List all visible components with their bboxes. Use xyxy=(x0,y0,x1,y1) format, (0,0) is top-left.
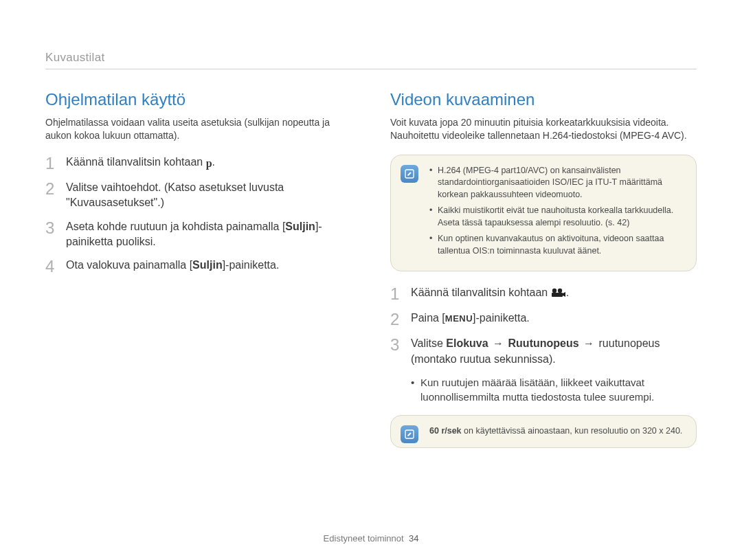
sub-bullet: Kun ruutujen määrää lisätään, liikkeet v… xyxy=(411,375,697,404)
svg-point-1 xyxy=(552,289,556,293)
step-text: Käännä tilanvalitsin kohtaan xyxy=(66,156,206,168)
step-number: 2 xyxy=(390,311,411,328)
content-columns: Ohjelmatilan käyttö Ohjelmatilassa voida… xyxy=(45,90,697,462)
right-column: Videon kuvaaminen Voit kuvata jopa 20 mi… xyxy=(390,90,697,462)
menu-button-label: MENU xyxy=(445,313,473,324)
step-body: Paina [MENU]-painiketta. xyxy=(411,311,530,326)
video-mode-icon xyxy=(551,287,566,302)
footer-label: Edistyneet toiminnot xyxy=(324,533,404,544)
page-number: 34 xyxy=(409,533,418,544)
step-number: 3 xyxy=(45,219,66,236)
step-text: Käännä tilanvalitsin kohtaan xyxy=(411,287,551,298)
left-column: Ohjelmatilan käyttö Ohjelmatilassa voida… xyxy=(45,90,352,462)
intro-text: Ohjelmatilassa voidaan valita useita ase… xyxy=(45,116,352,142)
step-text: ]-painiketta. xyxy=(473,312,530,324)
step-3: 3 Valitse Elokuva → Ruutunopeus → ruutun… xyxy=(390,336,697,367)
pencil-note-icon xyxy=(404,429,415,440)
page-footer: Edistyneet toiminnot 34 xyxy=(0,533,742,544)
step-1: 1 Käännä tilanvalitsin kohtaan . xyxy=(390,285,697,302)
step-text: Ota valokuva painamalla [ xyxy=(66,259,192,271)
note-box: 60 r/sek on käytettävissä ainoastaan, ku… xyxy=(390,415,697,448)
step-text: Aseta kohde ruutuun ja kohdista painamal… xyxy=(66,221,285,232)
step-text-bold: Elokuva xyxy=(446,337,488,349)
step-text: . xyxy=(212,156,215,168)
step-3: 3 Aseta kohde ruutuun ja kohdista painam… xyxy=(45,219,352,250)
step-number: 3 xyxy=(390,336,411,353)
note-list: H.264 (MPEG-4 part10/AVC) on kansainväli… xyxy=(429,165,684,258)
mode-p-icon: p xyxy=(206,156,212,171)
step-text-bold: Suljin xyxy=(285,221,315,232)
note-text: on käytettävissä ainoastaan, kun resoluu… xyxy=(462,426,683,436)
svg-rect-3 xyxy=(552,293,563,297)
step-body: Käännä tilanvalitsin kohtaan p. xyxy=(66,155,215,171)
step-text: Valitse xyxy=(411,337,446,349)
note-item: Kaikki muistikortit eivät tue nauhoitust… xyxy=(429,205,684,229)
note-item: H.264 (MPEG-4 part10/AVC) on kansainväli… xyxy=(429,165,684,201)
step-text: . xyxy=(566,287,569,298)
step-body: Valitse vaihtoehdot. (Katso asetukset lu… xyxy=(66,180,352,211)
step-number: 1 xyxy=(390,285,411,302)
page: Kuvaustilat Ohjelmatilan käyttö Ohjelmat… xyxy=(0,0,742,560)
note-icon xyxy=(401,425,418,443)
step-text: ]-painiketta. xyxy=(223,259,280,271)
step-4: 4 Ota valokuva painamalla [Suljin]-paini… xyxy=(45,258,352,275)
step-body: Aseta kohde ruutuun ja kohdista painamal… xyxy=(66,219,352,250)
step-text-bold: Ruutunopeus xyxy=(508,337,579,349)
step-number: 1 xyxy=(45,155,66,172)
note-text-bold: 60 r/sek xyxy=(429,426,462,436)
arrow-icon: → xyxy=(579,337,599,349)
step-2: 2 Paina [MENU]-painiketta. xyxy=(390,311,697,328)
breadcrumb: Kuvaustilat xyxy=(45,51,697,65)
section-title-program-mode: Ohjelmatilan käyttö xyxy=(45,90,352,109)
step-number: 2 xyxy=(45,180,66,197)
step-1: 1 Käännä tilanvalitsin kohtaan p. xyxy=(45,155,352,172)
step-text-bold: Suljin xyxy=(192,259,223,271)
pencil-note-icon xyxy=(404,168,415,179)
step-body: Käännä tilanvalitsin kohtaan . xyxy=(411,285,569,302)
note-box: H.264 (MPEG-4 part10/AVC) on kansainväli… xyxy=(390,155,697,272)
note-icon xyxy=(401,165,418,183)
svg-point-2 xyxy=(558,289,562,293)
step-body: Ota valokuva painamalla [Suljin]-painike… xyxy=(66,258,279,273)
intro-text: Voit kuvata jopa 20 minuutin pituisia ko… xyxy=(390,116,697,142)
step-text: Paina [ xyxy=(411,312,445,324)
note-item: Kun optinen kuvanvakautus on aktivoituna… xyxy=(429,233,684,257)
divider xyxy=(45,69,697,69)
step-number: 4 xyxy=(45,258,66,275)
section-title-video: Videon kuvaaminen xyxy=(390,90,697,109)
step-2: 2 Valitse vaihtoehdot. (Katso asetukset … xyxy=(45,180,352,211)
arrow-icon: → xyxy=(488,337,508,349)
step-body: Valitse Elokuva → Ruutunopeus → ruutunop… xyxy=(411,336,697,367)
